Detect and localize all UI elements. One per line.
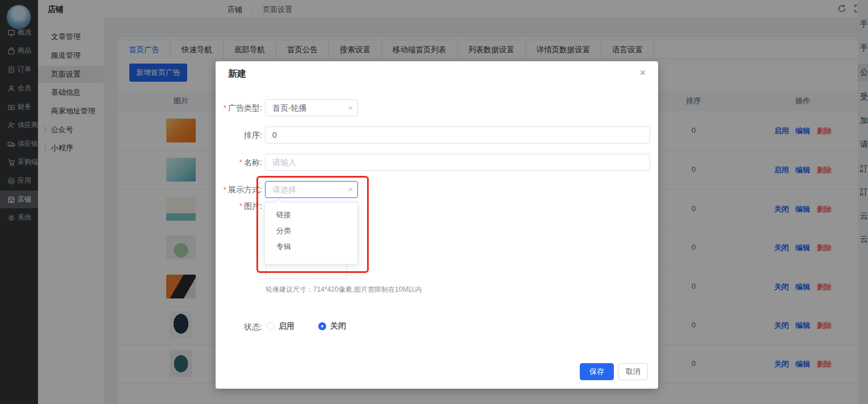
display-mode-label: *展示方式:: [188, 185, 262, 195]
chevron-down-icon: ∨: [347, 100, 353, 116]
dropdown-option-category[interactable]: 分类: [265, 223, 357, 239]
ad-type-label: *广告类型:: [188, 103, 262, 113]
dropdown-option-album[interactable]: 专辑: [265, 239, 357, 255]
upload-hint-text: 轮播建议尺寸：714*420像素,图片需限制在10M以内: [266, 285, 422, 294]
radio-enable-label[interactable]: 启用: [279, 321, 294, 331]
display-mode-select[interactable]: 请选择 ∧: [265, 181, 358, 198]
radio-enable[interactable]: [267, 322, 275, 330]
sort-input[interactable]: 0: [265, 127, 650, 144]
sort-label: 排序:: [188, 131, 262, 141]
display-mode-dropdown: 链接 分类 专辑: [264, 202, 358, 264]
name-input[interactable]: 请输入: [265, 154, 650, 171]
close-icon[interactable]: ×: [639, 67, 646, 79]
radio-disable[interactable]: [318, 322, 326, 330]
chevron-up-icon: ∧: [347, 182, 353, 197]
save-button[interactable]: 保存: [580, 363, 614, 380]
cancel-button[interactable]: 取消: [618, 363, 648, 380]
status-radio-group: 启用 关闭: [267, 321, 370, 331]
status-label: 状态:: [188, 322, 262, 333]
image-label: *图片:: [188, 201, 262, 212]
page-setting-screen: 个管理员 店铺 〉 页面设置 超级管理员 ∨ 首页广告 快速导航 底部导航: [0, 0, 868, 404]
dropdown-option-link[interactable]: 链接: [265, 207, 357, 223]
modal-title: 新建: [228, 68, 246, 80]
ad-type-select[interactable]: 首页-轮播 ∨: [265, 99, 358, 116]
radio-disable-label[interactable]: 关闭: [330, 321, 346, 331]
name-label: *名称:: [188, 158, 262, 168]
